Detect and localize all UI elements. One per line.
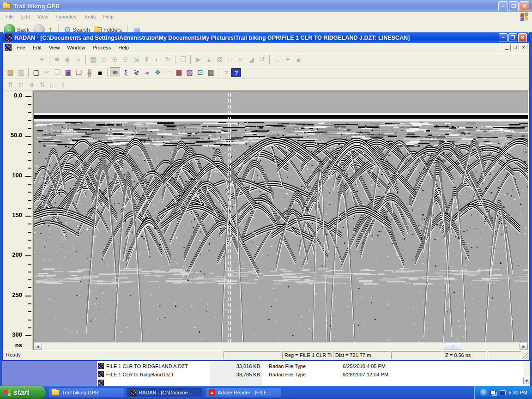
major-tick xyxy=(25,255,31,256)
restore-button[interactable]: ❐ xyxy=(509,1,519,11)
shape-2-icon[interactable]: ✦ xyxy=(283,54,293,65)
target-icon[interactable]: ◉ xyxy=(62,54,73,65)
gain-split-icon[interactable]: ◫ xyxy=(48,80,58,90)
menu-help[interactable]: Help xyxy=(99,12,117,22)
scroll-left-button[interactable]: ◂ xyxy=(34,343,42,350)
status-dist: Dist = 721.77 m xyxy=(333,351,390,359)
file-row[interactable]: FILE 1 CLR TO RIDGELAND A.DZT33,016 KBRa… xyxy=(97,362,523,370)
gain-parallel-icon[interactable]: ∦ xyxy=(58,80,69,90)
linescan-view-icon[interactable]: ≋ xyxy=(110,67,121,78)
resize-grip[interactable] xyxy=(522,351,528,359)
menu-tools[interactable]: Tools xyxy=(80,12,100,22)
radan-titlebar[interactable]: RADAN - [C:\Documents and Settings\Admin… xyxy=(3,32,529,43)
gain-grid-icon[interactable]: ⋕ xyxy=(26,80,37,90)
gpr-linescan-image[interactable] xyxy=(34,91,528,342)
adobe-reader-icon: ▲ xyxy=(209,389,215,396)
zoom-out-icon[interactable]: ⊖ xyxy=(120,54,131,65)
minor-tick xyxy=(28,264,31,265)
child-restore-button[interactable]: ❐ xyxy=(511,44,519,51)
window-copy-icon[interactable]: ❐ xyxy=(178,54,188,65)
color-box-icon[interactable]: ■ xyxy=(95,67,105,78)
contrast-icon[interactable]: ◐ xyxy=(152,54,163,65)
menu-edit[interactable]: Edit xyxy=(18,12,34,22)
polyline-icon[interactable]: ≈ xyxy=(73,54,84,65)
menu-edit[interactable]: Edit xyxy=(29,43,45,53)
magnifier-icon[interactable]: ⊙ xyxy=(99,54,109,65)
start-button[interactable]: start xyxy=(0,386,46,399)
help-icon[interactable]: ? xyxy=(221,67,231,78)
print-icon[interactable]: ▤ xyxy=(206,67,216,78)
open-file-icon[interactable]: ▤ xyxy=(5,67,16,78)
hide-icons-chevron[interactable]: ‹ xyxy=(480,389,488,396)
paste-icon[interactable]: ▣ xyxy=(63,67,73,78)
menu-process[interactable]: Process xyxy=(89,43,115,53)
flag-icon[interactable]: ⊠ xyxy=(214,54,225,65)
menu-favorites[interactable]: Favorites xyxy=(52,12,80,22)
trace-cursor-icon[interactable]: ╫ xyxy=(84,67,95,78)
grid-icon[interactable]: ▦ xyxy=(88,54,99,65)
device-icon[interactable] xyxy=(500,390,506,395)
taskbar: start Trail biking GPRRADAN - [C:\Docume… xyxy=(0,386,532,399)
menu-window[interactable]: Window xyxy=(63,43,89,53)
menu-view[interactable]: View xyxy=(34,12,52,22)
scroll-right-button[interactable]: ▸ xyxy=(520,343,528,350)
main-toolbar: ▤▥▢✂❐▣❑╫■≋ξ≷≈❖▱▦▨⊡▤?? xyxy=(3,66,529,79)
fill-square-icon[interactable]: ■ xyxy=(293,54,304,65)
minimize-button[interactable]: – xyxy=(498,1,508,11)
gain-flat-icon[interactable]: ⊓ xyxy=(16,80,26,90)
color-transform-icon[interactable]: ▨ xyxy=(184,67,195,78)
menu-view[interactable]: View xyxy=(45,43,64,53)
color-table-icon[interactable]: ▦ xyxy=(174,67,184,78)
wiggle-scan-icon[interactable]: ≷ xyxy=(131,67,142,78)
cut-icon[interactable]: ✂ xyxy=(42,67,52,78)
explorer-titlebar[interactable]: Trail biking GPR – ❐ ✕ xyxy=(0,0,532,12)
wiggle-trace-icon[interactable]: ξ xyxy=(121,67,131,78)
menu-file[interactable]: File xyxy=(2,12,18,22)
close-button[interactable]: ✕ xyxy=(520,1,529,11)
play-icon[interactable]: ▶ xyxy=(193,54,204,65)
gain-up-icon[interactable]: ⇈ xyxy=(5,80,16,90)
copy-icon[interactable]: ❐ xyxy=(52,67,63,78)
pan-hand-icon[interactable]: ⇞ xyxy=(141,54,152,65)
duplicate-icon[interactable]: ❑ xyxy=(73,67,84,78)
minor-tick xyxy=(28,320,31,320)
child-minimize-button[interactable]: ▁ xyxy=(503,44,511,51)
menu-file[interactable]: File xyxy=(13,43,29,53)
rotate-icon[interactable]: ↻ xyxy=(163,54,173,65)
minor-tick xyxy=(28,232,31,233)
file-row[interactable] xyxy=(97,379,523,386)
taskbar-button[interactable]: ▲Adobe Reader - [FILE... xyxy=(206,387,281,398)
ramp-icon[interactable]: ◢ xyxy=(246,54,257,65)
save-file-icon[interactable]: ▥ xyxy=(16,67,26,78)
gain-swap-icon[interactable]: ⇅ xyxy=(37,80,48,90)
zoom-in-icon[interactable]: ⊕ xyxy=(109,54,120,65)
triangle-up-icon[interactable]: ▲ xyxy=(204,54,214,65)
taskbar-button[interactable]: RADAN - [C:\Docume... xyxy=(127,387,203,398)
scrollbar-thumb[interactable] xyxy=(444,343,461,350)
view-3d-icon[interactable]: ❖ xyxy=(152,67,163,78)
eraser-icon[interactable]: ▱ xyxy=(163,67,174,78)
minimize-button[interactable]: – xyxy=(499,33,508,42)
select-region-icon[interactable]: ▢ xyxy=(31,67,42,78)
folders-icon xyxy=(94,27,102,33)
taskbar-button[interactable]: Trail biking GPR xyxy=(48,387,124,398)
spiky-shape-icon[interactable]: ✸ xyxy=(52,54,62,65)
roman-xii-icon[interactable]: XII xyxy=(236,54,246,65)
context-help-icon[interactable]: ? xyxy=(231,68,241,77)
file-row[interactable]: FILE 1 CLR to Ridgeland.DZT33,765 KBRada… xyxy=(97,370,523,379)
restore-button[interactable]: ❐ xyxy=(508,33,517,42)
o-scope-icon[interactable]: ≈ xyxy=(142,67,152,78)
undo-arc-icon[interactable]: ↺ xyxy=(257,54,267,65)
monitor-icon[interactable]: ⊡ xyxy=(195,67,206,78)
dots-icon[interactable]: ∷ xyxy=(225,54,236,65)
scroll-down-button[interactable]: ▾ xyxy=(523,377,530,384)
horizontal-scrollbar[interactable]: ◂ ▸ xyxy=(34,342,528,350)
child-close-button[interactable]: ✕ xyxy=(520,44,527,51)
expand-icon[interactable]: ⇲ xyxy=(131,54,141,65)
close-button[interactable]: ✕ xyxy=(518,33,527,42)
network-icon[interactable] xyxy=(490,391,496,394)
ruler-label: 250 xyxy=(12,291,22,298)
h-extent-icon[interactable]: ↔ xyxy=(272,54,283,65)
menu-help[interactable]: Help xyxy=(115,43,133,53)
shape-icon[interactable]: ✦ xyxy=(36,54,47,65)
